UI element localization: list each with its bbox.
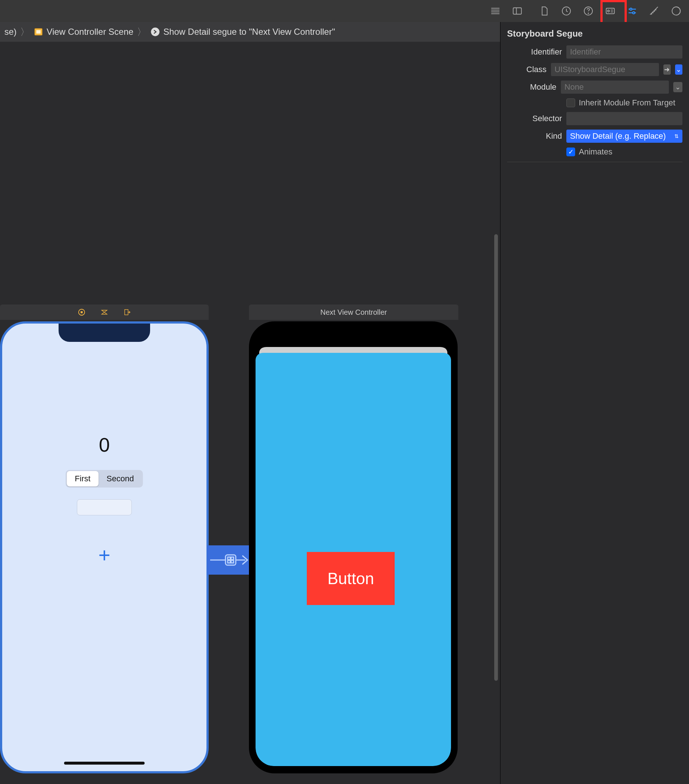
inherit-module-label: Inherit Module From Target [579,98,676,108]
kind-row: Kind Show Detail (e.g. Replace) ⇅ [507,130,682,143]
identifier-input[interactable] [566,45,682,59]
button[interactable]: Button [307,552,395,605]
segment-first[interactable]: First [67,471,99,486]
svg-point-10 [608,10,610,12]
history-inspector-icon[interactable] [560,5,573,17]
kind-label: Kind [507,132,562,141]
add-button[interactable]: + [99,543,110,567]
editor-top-toolbar [0,0,689,22]
next-view-controller-preview[interactable]: Button [249,321,458,773]
chevron-right-icon: 〉 [20,26,30,38]
help-inspector-icon[interactable] [582,5,595,17]
breadcrumb-scene[interactable]: View Controller Scene [46,27,133,37]
vc-owner-icon[interactable] [77,308,86,316]
identity-inspector-icon[interactable] [604,5,616,17]
first-responder-icon[interactable] [100,308,108,316]
attributes-inspector-icon[interactable] [626,5,638,17]
svg-rect-28 [228,557,230,560]
svg-rect-19 [36,30,41,33]
module-dropdown-icon[interactable]: ⌄ [673,82,682,92]
presented-sheet: Button [255,347,451,766]
selector-row: Selector [507,112,682,125]
kind-value: Show Detail (e.g. Replace) [570,132,666,141]
inspector-section-title: Storyboard Segue [507,28,682,39]
panel-toggle-icon[interactable] [511,5,524,17]
breadcrumb-segue[interactable]: Show Detail segue to "Next View Controll… [163,27,335,37]
svg-point-16 [633,12,635,14]
animates-checkbox[interactable]: ✓ [566,148,575,156]
home-indicator [64,762,145,764]
scene-bar-next-vc[interactable]: Next View Controller [249,305,458,320]
view-controller-preview[interactable]: 0 First Second + [0,321,209,773]
kind-select[interactable]: Show Detail (e.g. Replace) ⇅ [566,130,682,143]
phone-notch [59,324,150,342]
selector-label: Selector [507,114,562,124]
animates-row[interactable]: ✓ Animates [566,147,682,156]
phone-notch [308,321,399,340]
class-input[interactable] [551,63,659,76]
size-inspector-icon[interactable] [648,5,661,17]
inspector-divider [507,162,682,162]
connections-inspector-icon[interactable] [670,5,682,17]
svg-rect-24 [81,311,83,313]
svg-point-20 [151,28,160,36]
identifier-label: Identifier [507,47,562,57]
counter-label: 0 [99,433,110,456]
class-jump-icon[interactable]: ➜ [663,64,671,75]
module-label: Module [507,82,557,92]
class-row: Class ➜ ⌄ [507,63,682,76]
module-row: Module ⌄ [507,81,682,94]
segmented-control[interactable]: First Second [66,470,143,488]
selector-input[interactable] [566,112,682,125]
justify-icon[interactable] [489,5,501,17]
class-dropdown-icon[interactable]: ⌄ [675,64,682,75]
canvas-scrollbar[interactable] [494,234,498,681]
file-inspector-icon[interactable] [538,5,551,17]
class-label: Class [507,65,547,74]
exit-icon[interactable] [123,308,131,316]
chevron-right-icon: 〉 [137,26,147,38]
segment-second[interactable]: Second [99,471,142,486]
inherit-module-checkbox[interactable] [566,99,575,107]
scene-title-next: Next View Controller [320,308,387,316]
attributes-inspector-panel: Storyboard Segue Identifier Class ➜ ⌄ Mo… [500,22,689,784]
segue-breadcrumb-icon [150,27,160,37]
svg-point-14 [630,8,632,10]
svg-rect-31 [231,560,234,563]
svg-rect-25 [125,310,128,315]
svg-rect-29 [231,557,234,560]
storyboard-scene-icon [33,27,44,37]
scene-bar-view-controller[interactable] [0,305,209,320]
svg-rect-4 [513,8,522,14]
segue-indicator[interactable] [207,545,251,575]
animates-label: Animates [579,147,613,156]
text-field[interactable] [77,499,132,516]
identifier-row: Identifier [507,45,682,59]
svg-point-8 [588,13,589,14]
inherit-module-row[interactable]: Inherit Module From Target [566,98,682,108]
module-input[interactable] [561,81,669,94]
svg-rect-30 [228,560,230,563]
chevron-updown-icon: ⇅ [674,133,679,139]
breadcrumb-prev-fragment[interactable]: se) [4,27,16,37]
